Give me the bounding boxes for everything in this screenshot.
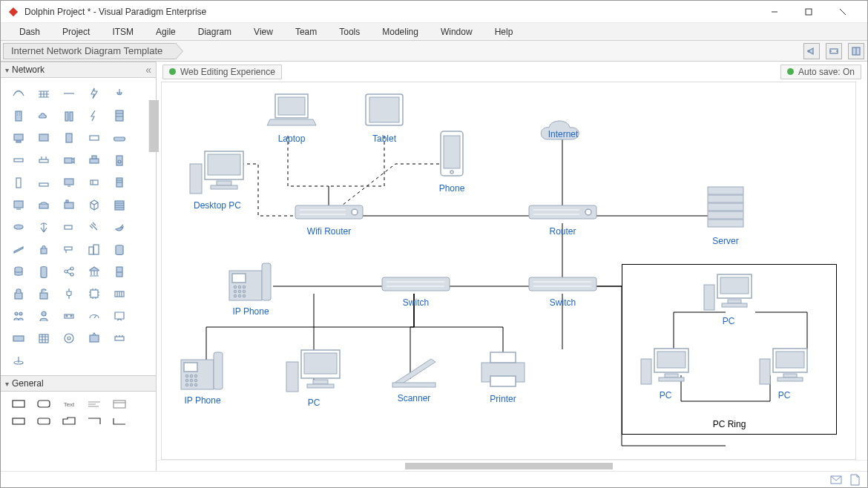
node-switch-2[interactable]: Switch xyxy=(527,275,598,308)
shape-tablet2[interactable] xyxy=(57,127,81,148)
shape-open2[interactable] xyxy=(108,413,131,429)
shape-gauge[interactable] xyxy=(82,305,106,326)
shape-open[interactable] xyxy=(82,413,106,429)
node-desktop-pc[interactable]: Desktop PC xyxy=(184,145,251,211)
node-switch-1[interactable]: Switch xyxy=(381,275,451,308)
shape-usb[interactable] xyxy=(7,171,30,193)
shape-scanner2[interactable] xyxy=(7,238,30,260)
shape-appliance[interactable] xyxy=(108,260,131,282)
menu-project[interactable]: Project xyxy=(51,23,101,41)
shape-printer2[interactable] xyxy=(82,149,106,171)
node-laptop[interactable]: Laptop xyxy=(266,90,318,144)
menu-itsm[interactable]: ITSM xyxy=(101,23,145,41)
node-server[interactable]: Server xyxy=(703,182,748,246)
menu-modeling[interactable]: Modeling xyxy=(371,23,430,41)
node-wifi-router[interactable]: Wifi Router xyxy=(294,202,364,237)
shape-speaker[interactable] xyxy=(108,149,131,171)
node-pc-ring-1[interactable]: PC xyxy=(700,271,757,326)
shape-display[interactable] xyxy=(7,194,30,215)
node-ip-phone-2[interactable]: IP Phone xyxy=(177,349,228,406)
shape-imac[interactable] xyxy=(57,171,81,193)
shape-user[interactable] xyxy=(32,305,56,326)
shape-fax[interactable] xyxy=(57,194,81,215)
shape-biglock[interactable] xyxy=(7,283,30,304)
shape-wireless[interactable] xyxy=(7,82,30,104)
shape-card[interactable] xyxy=(82,127,106,148)
shape-phone2[interactable] xyxy=(32,194,56,215)
shape-office[interactable] xyxy=(82,238,106,260)
shape-tv[interactable] xyxy=(82,327,106,349)
shape-ap[interactable] xyxy=(7,349,30,371)
palette-header-general[interactable]: ▾ General xyxy=(1,375,156,392)
shape-hub[interactable] xyxy=(7,216,30,237)
shape-openlock[interactable] xyxy=(32,283,56,304)
shape-rect3[interactable] xyxy=(32,413,56,429)
maximize-button[interactable] xyxy=(792,1,826,23)
shape-power[interactable] xyxy=(82,82,106,104)
shape-camera[interactable] xyxy=(57,149,81,171)
shape-mixer[interactable] xyxy=(108,283,131,304)
shape-rackserver[interactable] xyxy=(108,105,131,126)
close-button[interactable] xyxy=(826,1,860,23)
shape-database[interactable] xyxy=(7,260,30,282)
mail-icon[interactable] xyxy=(830,475,842,485)
shape-text[interactable]: Text xyxy=(57,396,81,412)
horizontal-scrollbar[interactable] xyxy=(157,460,867,471)
shape-cctv[interactable] xyxy=(57,238,81,260)
shape-rect2[interactable] xyxy=(7,413,30,429)
node-pc-ring-2[interactable]: PC xyxy=(637,346,694,400)
shape-firewall[interactable] xyxy=(32,82,56,104)
shape-modem[interactable] xyxy=(32,171,56,193)
menu-tools[interactable]: Tools xyxy=(328,23,371,41)
shape-wide[interactable] xyxy=(7,327,30,349)
menu-agile[interactable]: Agile xyxy=(145,23,187,41)
shape-antenna[interactable] xyxy=(32,216,56,237)
shape-towers[interactable] xyxy=(57,105,81,126)
shape-rect[interactable] xyxy=(7,396,30,412)
node-scanner[interactable]: Scanner xyxy=(388,353,440,403)
shape-lock[interactable] xyxy=(32,238,56,260)
node-pc[interactable]: PC xyxy=(280,346,347,408)
shape-panel[interactable] xyxy=(108,396,131,412)
palette-header-network[interactable]: ▾ Network « xyxy=(1,62,156,78)
tag-autosave[interactable]: Auto save: On xyxy=(780,65,861,79)
shape-cube[interactable] xyxy=(82,194,106,215)
node-internet[interactable]: Internet xyxy=(533,116,594,160)
shape-cylhq[interactable] xyxy=(108,238,131,260)
node-tablet[interactable]: Tablet xyxy=(358,90,410,144)
shape-slim[interactable] xyxy=(7,149,30,171)
collapse-icon[interactable]: « xyxy=(145,64,151,76)
shape-cylbuilding[interactable] xyxy=(32,260,56,282)
announce-button[interactable] xyxy=(803,43,820,59)
shape-screen2[interactable] xyxy=(108,305,131,326)
shape-tag[interactable] xyxy=(57,216,81,237)
shape-pc[interactable] xyxy=(7,127,30,148)
menu-team[interactable]: Team xyxy=(284,23,328,41)
shape-router2[interactable] xyxy=(32,149,56,171)
shape-tab[interactable] xyxy=(57,413,81,429)
shape-round[interactable] xyxy=(57,327,81,349)
panels-button[interactable] xyxy=(848,43,864,59)
shape-heading[interactable] xyxy=(82,396,106,412)
shape-rack[interactable] xyxy=(108,171,131,193)
shape-switchbox[interactable] xyxy=(108,327,131,349)
shape-dish[interactable] xyxy=(108,216,131,237)
tag-web-edit[interactable]: Web Editing Experience xyxy=(162,65,282,79)
shape-chip2[interactable] xyxy=(82,283,106,304)
node-router[interactable]: Router xyxy=(527,202,598,237)
menu-window[interactable]: Window xyxy=(430,23,484,41)
shape-bank[interactable] xyxy=(82,260,106,282)
shape-satellite[interactable] xyxy=(82,216,106,237)
shape-device[interactable] xyxy=(82,171,106,193)
shape-analog[interactable] xyxy=(57,305,81,326)
palette-scrollbar[interactable] xyxy=(148,100,159,152)
shape-hq[interactable] xyxy=(108,194,131,215)
breadcrumb-item[interactable]: Internet Network Diagram Template xyxy=(3,43,177,59)
menu-diagram[interactable]: Diagram xyxy=(187,23,243,41)
shape-touch[interactable] xyxy=(108,82,131,104)
fit-button[interactable] xyxy=(826,43,842,59)
shape-share[interactable] xyxy=(57,260,81,282)
diagram-canvas[interactable]: Desktop PC Laptop Tablet Phone Internet xyxy=(161,82,856,460)
menu-help[interactable]: Help xyxy=(484,23,525,41)
node-pc-ring-3[interactable]: PC xyxy=(755,346,813,400)
